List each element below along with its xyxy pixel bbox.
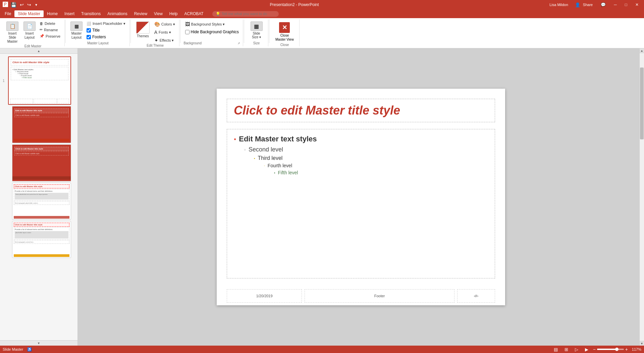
share-label[interactable]: Share — [583, 3, 593, 7]
view-reading-button[interactable]: ▷ — [573, 346, 580, 353]
accessibility-icon[interactable]: ♿ — [27, 347, 32, 352]
footers-checkbox[interactable] — [87, 35, 91, 39]
menu-acrobat[interactable]: ACROBAT — [181, 10, 207, 17]
scroll-down-button[interactable]: ▼ — [0, 340, 77, 346]
edit-master-content: 📋 Insert SlideMaster 📄 InsertLayout 🗑 De… — [4, 21, 62, 44]
menu-review[interactable]: Review — [131, 10, 151, 17]
slide-thumb-2[interactable]: Edit to edit Master title style Click to… — [12, 106, 71, 143]
comments-icon[interactable]: 💬 — [598, 2, 608, 8]
delete-button[interactable]: 🗑 Delete — [38, 21, 62, 26]
zoom-slider-thumb[interactable] — [615, 348, 619, 351]
status-bar-right: ▤ ⊞ ▷ ▶ − + 117% — [552, 346, 641, 353]
slide-title-area[interactable]: Click to edit Master title style — [227, 99, 495, 122]
delete-icon: 🗑 — [40, 21, 43, 26]
size-group-label: Size — [253, 41, 260, 46]
rename-button[interactable]: ✏ Rename — [38, 27, 62, 33]
menu-slide-master[interactable]: Slide Master — [14, 10, 44, 17]
colors-label: Colors ▾ — [161, 22, 175, 27]
background-group-label: Background — [184, 41, 202, 46]
background-dialog-launcher[interactable]: ↗ — [237, 42, 240, 45]
user-name: Lisa Mildon — [549, 3, 568, 7]
slide-thumb-4[interactable]: Click to edit Master title style Provide… — [12, 183, 71, 220]
menu-file[interactable]: File — [1, 10, 14, 17]
minimize-button[interactable]: ─ — [611, 2, 620, 8]
body-level-4: ◦ Fourth level — [264, 163, 488, 168]
bullet-1: ● — [234, 137, 236, 141]
title-checkbox-label: Title — [92, 28, 100, 33]
master-layout-icon: ▦ — [70, 21, 83, 31]
background-styles-label: Background Styles ▾ — [191, 22, 225, 27]
view-slideshow-button[interactable]: ▶ — [583, 346, 590, 353]
zoom-out-button[interactable]: − — [593, 347, 596, 352]
scroll-track — [640, 53, 644, 341]
footer-date-box[interactable]: 1/20/2019 — [227, 289, 302, 303]
menu-insert[interactable]: Insert — [61, 10, 78, 17]
close-button[interactable]: ✕ — [633, 2, 641, 8]
title-bar-left: 🅿 💾 ↩ ↪ ▼ — [3, 1, 39, 8]
insert-placeholder-button[interactable]: ⬜ Insert Placeholder ▾ — [85, 21, 127, 27]
hide-bg-checkbox[interactable] — [185, 30, 190, 34]
slide-1-footer — [10, 99, 69, 103]
search-input[interactable] — [222, 12, 275, 16]
save-qat-button[interactable]: 💾 — [9, 1, 18, 8]
zoom-in-button[interactable]: + — [625, 347, 628, 352]
undo-qat-button[interactable]: ↩ — [18, 1, 25, 8]
background-styles-button[interactable]: 🖼 Background Styles ▾ — [184, 21, 240, 28]
close-content: ✕ CloseMaster View — [273, 21, 297, 43]
view-normal-button[interactable]: ▤ — [552, 346, 560, 353]
colors-icon: 🎨 — [154, 21, 160, 27]
body-level-3: ▪ Third level — [254, 155, 488, 161]
insert-slide-master-button[interactable]: 📋 Insert SlideMaster — [4, 21, 21, 44]
rename-label: Rename — [44, 28, 58, 32]
slide-body-area[interactable]: ● Edit Master text styles ○ Second level… — [227, 129, 495, 278]
view-slide-sorter-button[interactable]: ⊞ — [562, 346, 570, 353]
scroll-up-main-button[interactable]: ▲ — [640, 48, 644, 53]
themes-button[interactable]: Themes — [134, 21, 152, 39]
size-content: ▦ SlideSize ▾ — [249, 21, 264, 41]
close-master-view-button[interactable]: ✕ CloseMaster View — [273, 21, 297, 43]
footer-date-text: 1/20/2019 — [256, 294, 273, 298]
scroll-down-main-button[interactable]: ▼ — [640, 341, 644, 346]
menu-help[interactable]: Help — [166, 10, 181, 17]
master-layout-label: MasterLayout — [71, 32, 82, 40]
footer-text-box[interactable]: Footer — [305, 289, 454, 303]
master-layout-button[interactable]: ▦ MasterLayout — [69, 21, 84, 40]
insert-layout-button[interactable]: 📄 InsertLayout — [22, 21, 37, 40]
zoom-level[interactable]: 117% — [629, 347, 641, 351]
menu-home[interactable]: Home — [44, 10, 61, 17]
scroll-up-button[interactable]: ▲ — [0, 48, 77, 54]
body-level-1-text: Edit Master text styles — [239, 135, 317, 143]
slide-1-title-area: Click to edit Master title style — [11, 59, 68, 65]
preserve-button[interactable]: 📌 Preserve — [38, 33, 62, 39]
maximize-button[interactable]: □ — [622, 2, 630, 8]
menu-transitions[interactable]: Transitions — [78, 10, 104, 17]
zoom-slider[interactable] — [597, 349, 624, 350]
title-checkbox[interactable] — [87, 28, 91, 33]
menu-animations[interactable]: Animations — [104, 10, 130, 17]
slide-thumb-5[interactable]: Click to edit Master title style Provide… — [12, 221, 71, 258]
slide-size-button[interactable]: ▦ SlideSize ▾ — [249, 21, 264, 40]
fonts-button[interactable]: A Fonts ▾ — [153, 29, 176, 36]
vertical-scrollbar[interactable]: ▲ ▼ — [639, 48, 644, 346]
slide-thumb-3[interactable]: Click to edit Master title style Click t… — [12, 144, 71, 181]
slide-1-content: Click to edit Master title style • Edit … — [9, 57, 70, 104]
search-box[interactable]: 💡 — [212, 11, 279, 17]
menu-bar: File Slide Master Home Insert Transition… — [0, 9, 644, 18]
bullet-5: ▪ — [274, 171, 275, 175]
qat-customize-button[interactable]: ▼ — [33, 2, 39, 7]
title-bar: 🅿 💾 ↩ ↪ ▼ Presentation2 - PowerPoint Lis… — [0, 0, 644, 9]
delete-label: Delete — [45, 21, 55, 26]
theme-small-col: 🎨 Colors ▾ A Fonts ▾ ✦ Effects ▾ — [153, 21, 176, 44]
body-level-4-text: Fourth level — [268, 163, 292, 168]
slide-1-number: 1 — [3, 79, 5, 83]
slide-2-wrapper: Edit to edit Master title style Click to… — [12, 106, 71, 143]
menu-view[interactable]: View — [151, 10, 166, 17]
effects-button[interactable]: ✦ Effects ▾ — [153, 37, 176, 44]
master-layout-group-label: Master Layout — [87, 41, 108, 46]
footer-page-box[interactable]: ‹#› — [457, 289, 495, 303]
scroll-thumb[interactable] — [640, 68, 644, 139]
redo-qat-button[interactable]: ↪ — [26, 1, 33, 8]
hide-bg-label: Hide Background Graphics — [191, 30, 239, 34]
slide-thumb-1[interactable]: Click to edit Master title style • Edit … — [8, 56, 71, 105]
colors-button[interactable]: 🎨 Colors ▾ — [153, 21, 176, 28]
